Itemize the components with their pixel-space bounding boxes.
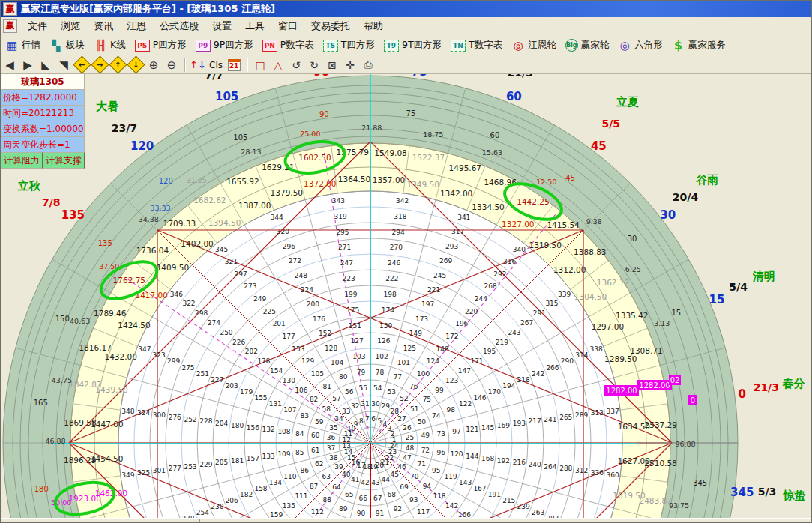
step-left-button[interactable]: ← <box>73 58 90 73</box>
degree-value: 90 <box>319 110 329 118</box>
spiral-number: 266 <box>546 364 559 372</box>
spiral-number: 294 <box>391 229 404 236</box>
toolbar-button-P四方形[interactable]: PSP四方形 <box>130 37 191 53</box>
degree-value: 345 <box>693 479 707 487</box>
degree-value: 165 <box>34 399 48 407</box>
zoom-out-button[interactable]: ⊖ <box>163 58 180 73</box>
spiral-number: 34 <box>334 415 343 423</box>
spiral-number: 43 <box>371 479 379 486</box>
price-outer-value: 1549.08 <box>374 148 406 157</box>
toolbar-button-江恩轮[interactable]: ◎江恩轮 <box>507 37 561 53</box>
spiral-number: 182 <box>240 491 253 498</box>
price-inner-value: 1289.50 <box>604 354 637 363</box>
percent-value: 93.75 <box>669 501 689 510</box>
spiral-number: 342 <box>396 197 409 205</box>
price-outer-value: 1655.92 <box>226 177 259 186</box>
spiral-number: 177 <box>282 333 295 340</box>
percent-value: 40.63 <box>70 317 90 325</box>
menu-item-0[interactable]: 文件 <box>21 18 54 34</box>
spiral-number: 217 <box>529 417 541 425</box>
toolbar-button-P数字表[interactable]: PNP数字表 <box>258 37 319 53</box>
toolbar-button-赢家服务[interactable]: $赢家服务 <box>667 37 730 53</box>
toolbar-button-T数字表[interactable]: TNT数字表 <box>446 37 507 53</box>
price-field[interactable]: 价格=1282.0000 <box>1 89 85 105</box>
step-down-button[interactable]: ↓ <box>127 58 144 73</box>
cls-button[interactable]: Cls <box>208 58 224 73</box>
spiral-number: 47 <box>403 454 411 462</box>
degree-value: 60 <box>490 131 500 139</box>
menu-item-4[interactable]: 公式选股 <box>153 18 205 34</box>
gann-wheel-svg[interactable]: 1234567891011121314151617181920212223242… <box>1 1 812 523</box>
step-length-field[interactable]: 周天变化步长=1 <box>1 136 85 152</box>
spiral-number: 322 <box>182 300 195 307</box>
date-label: 21/3 <box>754 381 779 393</box>
price-outer-value: 1923.00 <box>68 494 100 503</box>
spiral-number: 225 <box>263 308 276 315</box>
toolbar-button-T四方形[interactable]: TST四方形 <box>319 37 379 53</box>
menu-item-2[interactable]: 资讯 <box>87 18 120 34</box>
rotate-cw-button[interactable]: ↻ <box>306 58 322 73</box>
toolbar-button-9T四方形[interactable]: T99T四方形 <box>379 37 446 53</box>
spiral-number: 151 <box>349 322 361 330</box>
spiral-number: 29 <box>382 402 391 410</box>
spiral-number: 229 <box>199 461 212 468</box>
solar-term-label: 大暑 <box>96 100 118 113</box>
spiral-number: 122 <box>459 400 472 408</box>
forward-button[interactable]: ▶ <box>19 58 36 73</box>
toolbar-button-板块[interactable]: ▚板块 <box>45 37 89 53</box>
toolbar-button-行情[interactable]: ▦行情 <box>1 37 45 53</box>
spiral-number: 4 <box>383 420 388 428</box>
menu-item-6[interactable]: 工具 <box>238 18 271 34</box>
solar-term-label: 立夏 <box>616 95 639 109</box>
title-bar[interactable]: 赢 赢家江恩专业版[赢家内部服务平台] - [玻璃1305 江恩轮] <box>1 1 811 17</box>
back-button[interactable]: ◀ <box>1 58 18 73</box>
step-up-button[interactable]: ↑ <box>109 58 126 73</box>
step-right-button[interactable]: → <box>91 58 108 73</box>
calc-resistance-button[interactable]: 计算阻力 <box>1 152 43 169</box>
toolbar-button-六角形[interactable]: ◎六角形 <box>613 37 667 53</box>
degree-value: 75 <box>406 109 416 118</box>
rect-tool-button[interactable]: □ <box>252 58 268 73</box>
center-tool-button[interactable]: ✛ <box>342 58 358 73</box>
triangle-tool-button[interactable]: △ <box>270 58 286 73</box>
rotate-right-button[interactable]: ◥ <box>55 58 72 73</box>
menu-item-8[interactable]: 交易委托 <box>304 18 357 34</box>
spiral-number: 57 <box>332 395 340 402</box>
updown-button[interactable]: ↑↓ <box>190 58 206 73</box>
spiral-number: 81 <box>322 383 331 390</box>
delete-box-button[interactable]: ⊠ <box>324 58 340 73</box>
percent-value: 9.38 <box>586 217 602 226</box>
spiral-number: 246 <box>388 259 400 267</box>
spiral-number: 223 <box>343 275 355 282</box>
spiral-number: 323 <box>153 351 166 359</box>
menu-item-7[interactable]: 窗口 <box>271 18 304 34</box>
spiral-number: 152 <box>319 330 331 337</box>
toolbar-button-K线[interactable]: ╟╢K线 <box>89 37 130 53</box>
spiral-number: 55 <box>359 384 367 392</box>
menu-item-3[interactable]: 江恩 <box>120 18 153 34</box>
spiral-number: 106 <box>295 387 307 394</box>
spiral-number: 270 <box>390 244 403 251</box>
menu-item-5[interactable]: 设置 <box>205 18 238 34</box>
menu-item-1[interactable]: 浏览 <box>54 18 87 34</box>
spiral-number: 346 <box>170 291 183 298</box>
rotate-ccw-button[interactable]: ↺ <box>288 58 304 73</box>
conversion-factor-field[interactable]: 变换系数=1.00000 <box>1 121 85 136</box>
rotate-left-button[interactable]: ◣ <box>37 58 54 73</box>
spiral-number: 108 <box>277 428 290 435</box>
zoom-in-button[interactable]: ⊕ <box>145 58 162 73</box>
spiral-number: 205 <box>215 459 228 466</box>
degree-value: 180 <box>34 485 49 493</box>
price-inner-value: 1327.00 <box>502 220 534 229</box>
date-field[interactable]: 时间=20121213 <box>1 105 85 121</box>
toolbar-button-9P四方形[interactable]: P99P四方形 <box>191 37 258 53</box>
parameter-panel: 玻璃1305 价格=1282.0000 时间=20121213 变换系数=1.0… <box>1 73 85 169</box>
calendar-button[interactable]: 21 <box>226 58 242 73</box>
calc-support-button[interactable]: 计算支撑 <box>43 152 85 169</box>
menu-item-9[interactable]: 帮助 <box>357 18 390 34</box>
toolbar-button-赢家轮[interactable]: Big赢家轮 <box>561 37 614 53</box>
spiral-number: 263 <box>532 509 544 516</box>
spiral-number: 181 <box>231 457 244 465</box>
display-button[interactable]: ⎙ <box>360 58 376 73</box>
gann-wheel-canvas[interactable]: 1234567891011121314151617181920212223242… <box>1 1 812 523</box>
